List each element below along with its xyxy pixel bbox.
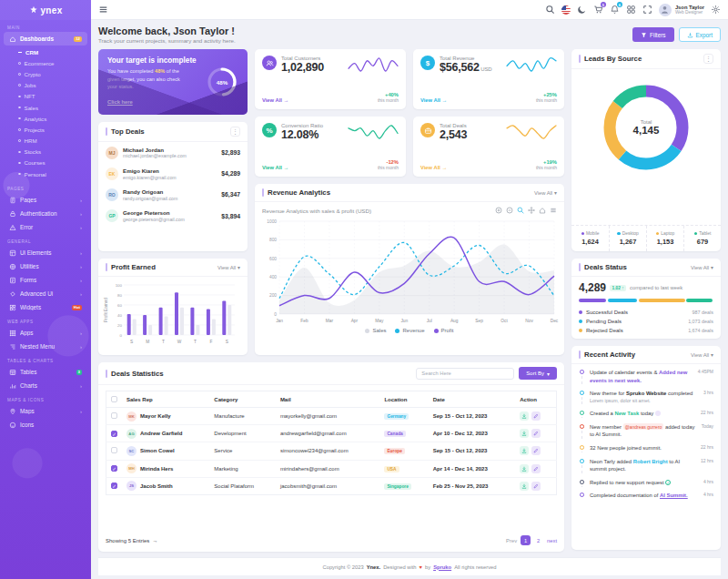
stat-view-all-link[interactable]: View All → — [420, 97, 447, 103]
user-menu[interactable]: Json Taylor Web Designer — [659, 4, 704, 16]
download-action-button[interactable] — [520, 464, 529, 473]
sidebar-subitem-projects[interactable]: Projects — [0, 124, 91, 135]
forms-icon — [9, 277, 16, 284]
zoom-in-icon[interactable] — [495, 207, 502, 214]
row-checkbox[interactable]: ✓ — [111, 431, 117, 437]
stat-view-all-link[interactable]: View All → — [420, 165, 447, 170]
row-checkbox[interactable] — [111, 412, 117, 419]
zoom-out-icon[interactable] — [506, 207, 513, 214]
target-click-here-link[interactable]: Click here — [107, 99, 133, 105]
revenue-view-all[interactable]: View All ▾ — [534, 190, 557, 196]
sidebar-subitem-personal[interactable]: Personal — [0, 168, 91, 179]
stat-view-all-link[interactable]: View All → — [262, 97, 288, 103]
dark-mode-icon[interactable] — [577, 5, 587, 15]
notifications-icon[interactable]: 6 — [610, 5, 620, 15]
edit-action-button[interactable] — [531, 446, 541, 455]
pan-icon[interactable] — [528, 207, 535, 214]
brand-logo[interactable]: ynex — [0, 0, 91, 20]
deals-status-view-all[interactable]: View All ▾ — [691, 265, 713, 270]
pagination-next[interactable]: next — [547, 538, 557, 543]
authentication-icon — [9, 210, 16, 218]
download-action-button[interactable] — [520, 429, 529, 438]
stat-view-all-link[interactable]: View All → — [262, 165, 288, 170]
sidebar-item-charts[interactable]: Charts› — [4, 379, 87, 392]
row-checkbox[interactable] — [111, 447, 117, 453]
settings-gear-icon[interactable] — [711, 5, 721, 15]
sidebar-subitem-courses[interactable]: Courses — [0, 157, 91, 168]
cart-icon[interactable]: 5 — [593, 5, 603, 15]
selection-zoom-icon[interactable] — [517, 207, 524, 214]
edit-action-button[interactable] — [531, 411, 541, 421]
search-icon[interactable] — [545, 5, 555, 15]
row-checkbox[interactable]: ✓ — [111, 465, 117, 472]
edit-action-button[interactable] — [531, 464, 541, 473]
leads-source-value: 1,153 — [649, 238, 682, 246]
sort-by-button[interactable]: Sort By ▾ — [519, 367, 557, 380]
deal-email: emigo.kiaren@gmail.com — [123, 175, 177, 180]
leads-source-label: Desktop — [622, 231, 639, 236]
reset-home-icon[interactable] — [539, 207, 546, 214]
filters-button[interactable]: Filters — [632, 27, 673, 42]
top-deal-row[interactable]: MJMichael Jordanmichael.jordan@example.c… — [98, 142, 248, 163]
sidebar-item-widgets[interactable]: WidgetsHot — [4, 300, 87, 314]
deals-statistics-title: Deals Statistics — [106, 370, 411, 378]
spruko-link[interactable]: Spruko — [433, 564, 451, 570]
sidebar-item-pages[interactable]: Pages› — [4, 193, 87, 207]
sidebar-subitem-jobs[interactable]: Jobs — [0, 80, 91, 91]
pagination-page-1[interactable]: 1 — [521, 535, 531, 545]
table-search-input[interactable] — [416, 368, 514, 380]
sidebar-item-ui-elements[interactable]: Ui Elements› — [4, 246, 87, 259]
language-flag-icon[interactable] — [561, 5, 571, 15]
sidebar-subitem-sales[interactable]: Sales — [0, 102, 91, 113]
apps-grid-icon[interactable] — [626, 5, 636, 15]
hamburger-menu-icon[interactable] — [98, 5, 108, 15]
top-deal-row[interactable]: EKEmigo Kiarenemigo.kiaren@gmail.com$4,2… — [98, 163, 248, 184]
download-action-button[interactable] — [520, 411, 529, 421]
pagination-page-2[interactable]: 2 — [533, 535, 543, 545]
sidebar-item-authentication[interactable]: Authentication› — [4, 207, 87, 220]
leads-menu-icon[interactable]: ⋮ — [703, 54, 713, 64]
sidebar-item-maps[interactable]: Maps› — [4, 404, 87, 418]
sidebar-item-dashboards[interactable]: Dashboards12 — [4, 32, 87, 46]
chart-menu-icon[interactable] — [550, 207, 557, 214]
sidebar-subitem-stocks[interactable]: Stocks — [0, 147, 91, 157]
svg-text:Sep: Sep — [475, 319, 483, 323]
sidebar-subitem-crypto[interactable]: Crypto — [0, 68, 91, 79]
sidebar-subitem-nft[interactable]: NFT — [0, 91, 91, 102]
location-badge: USA — [384, 466, 399, 472]
sidebar-item-icons[interactable]: Icons — [4, 418, 87, 432]
profit-view-all[interactable]: View All ▾ — [217, 265, 240, 270]
top-deal-row[interactable]: RORandy Origoanrandy.origoan@gmail.com$6… — [98, 184, 248, 205]
deal-email: michael.jordan@example.com — [123, 153, 187, 158]
sidebar-subitem-ecommerce[interactable]: Ecommerce — [0, 57, 91, 68]
fullscreen-icon[interactable] — [642, 5, 652, 15]
row-checkbox[interactable]: ✓ — [111, 482, 117, 489]
activity-view-all[interactable]: View All ▾ — [691, 352, 713, 358]
sidebar-item-advanced-ui[interactable]: Advanced Ui› — [4, 287, 87, 300]
export-button[interactable]: Export — [679, 27, 721, 42]
status-count: 1,073 deals — [688, 319, 713, 324]
edit-action-button[interactable] — [531, 429, 541, 438]
sidebar-item-tables[interactable]: Tables3 — [4, 365, 87, 379]
sidebar-item-utilities[interactable]: Utilities› — [4, 259, 87, 273]
sidebar-item-apps[interactable]: Apps› — [4, 326, 87, 340]
chevron-right-icon: › — [80, 225, 82, 230]
top-deal-row[interactable]: GPGeorge Pietersongeorge.pieterson@gmail… — [98, 206, 248, 227]
sidebar-subitem-hrm[interactable]: HRM — [0, 136, 91, 147]
sidebar-subitem-crm[interactable]: CRM — [0, 46, 91, 57]
stat-sparkline — [348, 56, 399, 74]
download-action-button[interactable] — [520, 482, 529, 491]
leads-source-label: Tablet — [699, 231, 711, 236]
sidebar-item-forms[interactable]: Forms› — [4, 273, 87, 287]
select-all-checkbox[interactable] — [111, 396, 117, 402]
pagination-prev[interactable]: Prev — [506, 538, 517, 543]
sidebar-item-nested-menu[interactable]: Nested Menu› — [4, 340, 87, 353]
download-action-button[interactable] — [520, 446, 529, 455]
ui-elements-icon — [9, 249, 16, 257]
timeline-line — [581, 465, 582, 473]
sidebar-subitem-analytics[interactable]: Analytics — [0, 113, 91, 124]
top-deals-menu-icon[interactable]: ⋮ — [230, 127, 240, 137]
status-count: 921 deals — [693, 338, 713, 339]
sidebar-item-error[interactable]: Error› — [4, 220, 87, 234]
edit-action-button[interactable] — [531, 482, 541, 491]
